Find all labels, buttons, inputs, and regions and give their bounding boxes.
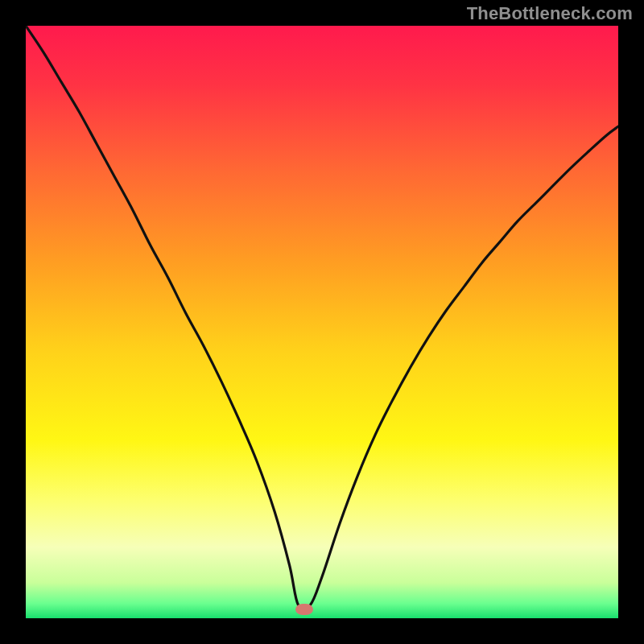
watermark-text: TheBottleneck.com <box>467 3 633 24</box>
outer-frame: TheBottleneck.com <box>0 0 644 644</box>
bottleneck-curve <box>26 26 618 618</box>
optimum-marker <box>295 604 313 615</box>
plot-area <box>26 26 618 618</box>
